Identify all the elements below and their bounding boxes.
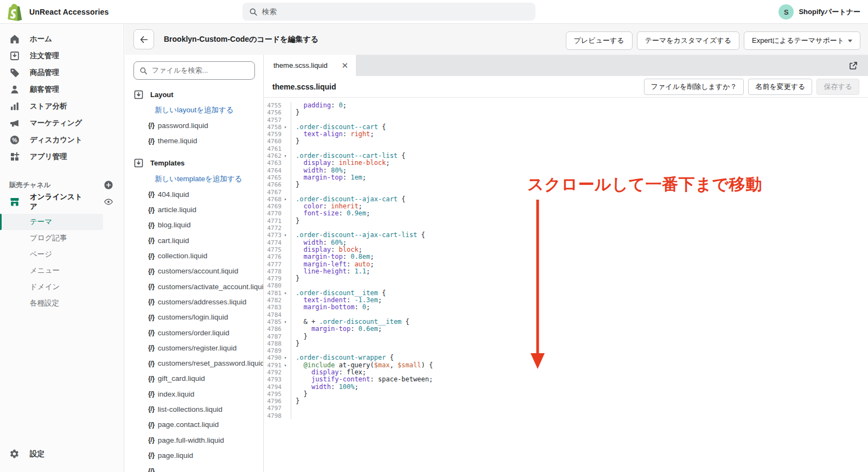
sidebar-item-discounts[interactable]: %ディスカウント <box>0 131 124 148</box>
code-line[interactable]: 4761 <box>264 145 868 152</box>
add-layout-link[interactable]: 新しいlayoutを追加する <box>125 103 263 118</box>
code-line[interactable]: 4784 <box>264 311 868 318</box>
code-line[interactable]: 4757 <box>264 117 868 124</box>
add-templates-link[interactable]: 新しいtemplateを追加する <box>125 171 263 187</box>
tab-theme-scss-liquid[interactable]: theme.scss.liquid ✕ <box>264 55 356 76</box>
file-item[interactable]: {/}customers/activate_account.liquid <box>125 279 263 294</box>
fold-arrow-icon[interactable]: ▾ <box>282 354 289 361</box>
sidebar-subitem[interactable]: ブログ記事 <box>0 230 124 246</box>
sidebar-subitem[interactable]: ページ <box>0 246 124 263</box>
sidebar-subitem[interactable]: メニュー <box>0 263 124 279</box>
code-line[interactable]: 4764 width: 80%; <box>264 167 868 174</box>
file-item[interactable]: {/}index.liquid <box>125 386 263 401</box>
code-line[interactable]: 4768▾.order-discount--ajax-cart { <box>264 196 868 203</box>
file-item[interactable]: {/}customers/addresses.liquid <box>125 294 263 309</box>
code-line[interactable]: 4769 color: inherit; <box>264 203 868 210</box>
file-item[interactable]: {/}customers/register.liquid <box>125 340 263 355</box>
code-line[interactable]: 4772 <box>264 225 868 232</box>
file-item[interactable]: {/}article.liquid <box>125 202 263 217</box>
rename-file-button[interactable]: 名前を変更する <box>748 79 812 95</box>
sidebar-item-orders[interactable]: 注文管理 <box>0 47 124 64</box>
section-header-templates[interactable]: Templates <box>125 155 263 171</box>
sidebar-item-customers[interactable]: 顧客管理 <box>0 81 124 98</box>
code-line[interactable]: 4794 width: 100%; <box>264 384 868 391</box>
section-header-layout[interactable]: Layout <box>125 86 263 103</box>
file-item[interactable]: {/}theme.liquid <box>125 133 263 149</box>
code-line[interactable]: 4781▾.order-discount__item { <box>264 290 868 297</box>
file-item[interactable]: {/}404.liquid <box>125 187 263 202</box>
code-line[interactable]: 4795 } <box>264 391 868 398</box>
code-line[interactable]: 4779} <box>264 275 868 282</box>
code-line[interactable]: 4793 justify-content: space-between; <box>264 376 868 383</box>
file-item[interactable]: {/}cart.liquid <box>125 233 263 248</box>
file-item[interactable]: {/}page.contact.liquid <box>125 417 263 432</box>
expert-support-dropdown[interactable]: Expertによるテーマサポート <box>744 31 860 50</box>
code-line[interactable]: 4778 line-height: 1.1; <box>264 268 868 275</box>
fold-arrow-icon[interactable]: ▾ <box>282 362 289 369</box>
expand-editor-button[interactable] <box>847 60 859 72</box>
code-line[interactable]: 4798 <box>264 412 868 419</box>
file-item[interactable]: {/}page.full-width.liquid <box>125 432 263 448</box>
code-line[interactable]: 4775 display: block; <box>264 246 868 253</box>
file-item[interactable]: {/}page.liquid <box>125 448 263 463</box>
file-item[interactable]: {/}customers/order.liquid <box>125 325 263 340</box>
code-line[interactable]: 4789 <box>264 347 868 354</box>
code-line[interactable]: 4796} <box>264 398 868 405</box>
file-item[interactable]: {/}password.liquid <box>125 118 263 133</box>
sidebar-subitem-active[interactable]: テーマ <box>0 214 103 230</box>
fold-arrow-icon[interactable]: ▾ <box>282 318 289 326</box>
file-search-input[interactable]: ファイルを検索... <box>133 61 255 80</box>
delete-file-button[interactable]: ファイルを削除しますか？ <box>644 79 744 95</box>
code-line[interactable]: 4787 } <box>264 333 868 340</box>
code-area[interactable]: 4755 padding: 0;4756}47574758▾.order-dis… <box>264 98 868 471</box>
code-line[interactable]: 4760} <box>264 138 868 145</box>
save-button[interactable]: 保存する <box>816 79 859 95</box>
fold-arrow-icon[interactable]: ▾ <box>282 232 289 239</box>
code-line[interactable]: 4782 text-indent: -1.3em; <box>264 297 868 304</box>
sidebar-item-home[interactable]: ホーム <box>0 30 124 47</box>
code-line[interactable]: 4755 padding: 0; <box>264 102 868 109</box>
file-item[interactable]: {/}list-collections.liquid <box>125 401 263 417</box>
code-line[interactable]: 4762▾.order-discount--cart-list { <box>264 152 868 160</box>
code-line[interactable]: 4786 margin-top: 0.6em; <box>264 326 868 333</box>
code-line[interactable]: 4792 display: flex; <box>264 369 868 376</box>
sidebar-item-online-store[interactable]: オンラインストア <box>0 193 124 211</box>
close-tab-icon[interactable]: ✕ <box>341 61 348 69</box>
code-line[interactable]: 4770 font-size: 0.9em; <box>264 210 868 217</box>
code-line[interactable]: 4773▾.order-discount--ajax-cart-list { <box>264 232 868 239</box>
code-line[interactable]: 4777 margin-left: auto; <box>264 261 868 268</box>
code-line[interactable]: 4756} <box>264 109 868 116</box>
code-line[interactable]: 4776 margin-top: 0.8em; <box>264 253 868 260</box>
code-line[interactable]: 4783 margin-bottom: 0; <box>264 304 868 311</box>
fold-arrow-icon[interactable]: ▾ <box>282 196 289 203</box>
code-line[interactable]: 4758▾.order-discount--cart { <box>264 124 868 131</box>
file-item[interactable]: {/}customers/login.liquid <box>125 310 263 325</box>
global-search-input[interactable]: 検索 <box>242 3 535 21</box>
code-line[interactable]: 4785▾ & + .order-discount__item { <box>264 318 868 326</box>
add-channel-icon[interactable] <box>104 180 113 190</box>
file-item-partial[interactable]: {/} <box>125 463 263 472</box>
code-line[interactable]: 4774 width: 60%; <box>264 239 868 246</box>
file-item[interactable]: {/}gift_card.liquid <box>125 371 263 386</box>
file-item[interactable]: {/}collection.liquid <box>125 248 263 263</box>
sidebar-item-settings[interactable]: 設定 <box>0 445 124 462</box>
back-button[interactable] <box>133 29 154 49</box>
sidebar-subitem[interactable]: ドメイン <box>0 279 124 295</box>
code-line[interactable]: 4780 <box>264 282 868 289</box>
code-line[interactable]: 4797 <box>264 405 868 412</box>
preview-button[interactable]: プレビューする <box>566 31 633 50</box>
sidebar-item-apps[interactable]: アプリ管理 <box>0 148 124 165</box>
code-line[interactable]: 4771} <box>264 218 868 225</box>
sidebar-item-products[interactable]: 商品管理 <box>0 64 124 81</box>
fold-arrow-icon[interactable]: ▾ <box>282 152 289 160</box>
file-item[interactable]: {/}customers/reset_password.liquid <box>125 355 263 371</box>
code-line[interactable]: 4791▾ @include at-query($max, $small) { <box>264 362 868 369</box>
sidebar-item-analytics[interactable]: ストア分析 <box>0 98 124 114</box>
customize-theme-button[interactable]: テーマをカスタマイズする <box>637 31 739 50</box>
view-store-eye-icon[interactable] <box>104 197 113 207</box>
code-line[interactable]: 4790▾.order-discount-wrapper { <box>264 354 868 361</box>
fold-arrow-icon[interactable]: ▾ <box>282 290 289 297</box>
file-item[interactable]: {/}blog.liquid <box>125 218 263 233</box>
sidebar-subitem[interactable]: 各種設定 <box>0 295 124 311</box>
fold-arrow-icon[interactable]: ▾ <box>282 124 289 131</box>
